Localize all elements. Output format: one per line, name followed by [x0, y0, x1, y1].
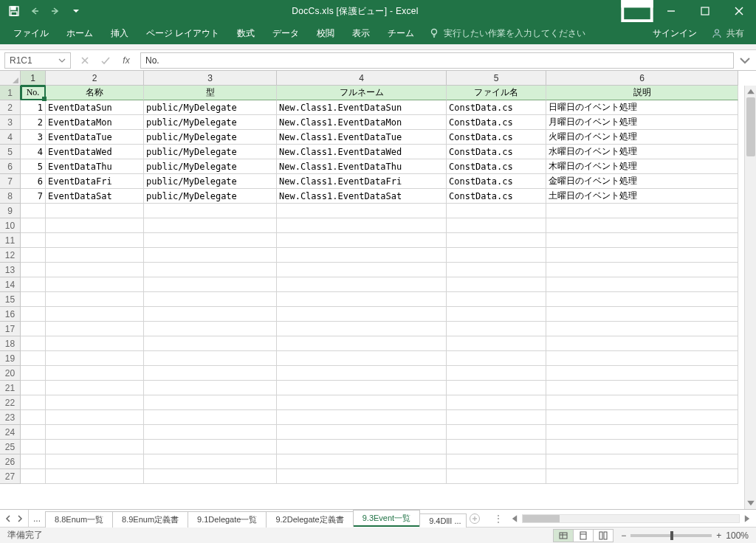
- cell[interactable]: [21, 204, 46, 218]
- cell[interactable]: [447, 440, 546, 454]
- cell[interactable]: [546, 322, 738, 336]
- cell[interactable]: [447, 395, 546, 410]
- cell[interactable]: [447, 218, 546, 233]
- select-all-button[interactable]: [0, 71, 21, 86]
- cell[interactable]: ファイル名: [447, 86, 546, 100]
- cell[interactable]: [46, 322, 144, 336]
- redo-button[interactable]: [46, 2, 65, 20]
- cell[interactable]: [447, 322, 546, 336]
- cell[interactable]: 型: [144, 86, 277, 100]
- cell[interactable]: [447, 277, 546, 292]
- cell[interactable]: [144, 263, 277, 277]
- tab-file[interactable]: ファイル: [4, 22, 58, 44]
- scroll-up-button[interactable]: [745, 86, 757, 97]
- cell[interactable]: [46, 277, 144, 292]
- cell[interactable]: [46, 410, 144, 425]
- row-header[interactable]: 12: [0, 248, 21, 263]
- row-header[interactable]: 11: [0, 233, 21, 248]
- cell[interactable]: [21, 277, 46, 292]
- row-header[interactable]: 16: [0, 307, 21, 322]
- row-header[interactable]: 14: [0, 277, 21, 292]
- formula-input[interactable]: No.: [140, 52, 734, 69]
- cell[interactable]: [21, 248, 46, 263]
- row-header[interactable]: 18: [0, 336, 21, 351]
- row-header[interactable]: 10: [0, 218, 21, 233]
- cell[interactable]: [21, 233, 46, 248]
- cell[interactable]: [277, 425, 447, 440]
- tab-team[interactable]: チーム: [379, 22, 423, 44]
- cell[interactable]: [46, 381, 144, 395]
- cell[interactable]: [546, 351, 738, 366]
- cell[interactable]: [277, 322, 447, 336]
- cell[interactable]: [546, 381, 738, 395]
- cell[interactable]: [447, 425, 546, 440]
- cell[interactable]: [21, 425, 46, 440]
- sheet-tab[interactable]: 9.3Event一覧: [353, 510, 420, 528]
- row-header[interactable]: 17: [0, 322, 21, 336]
- cell[interactable]: [46, 469, 144, 484]
- sheet-tab[interactable]: 9.1Delegate一覧: [188, 511, 267, 528]
- cell[interactable]: [277, 277, 447, 292]
- cell[interactable]: [546, 425, 738, 440]
- cell[interactable]: [144, 410, 277, 425]
- cell[interactable]: [46, 454, 144, 469]
- cell[interactable]: [447, 351, 546, 366]
- qat-customize-button[interactable]: [66, 2, 86, 20]
- row-header[interactable]: 25: [0, 440, 21, 454]
- cell[interactable]: [46, 336, 144, 351]
- cell[interactable]: ConstData.cs: [447, 159, 546, 174]
- cell[interactable]: 水曜日のイベント処理: [546, 145, 738, 159]
- scroll-left-button[interactable]: [509, 513, 520, 525]
- cell[interactable]: ConstData.cs: [447, 189, 546, 204]
- row-header[interactable]: 20: [0, 366, 21, 381]
- cell[interactable]: [447, 263, 546, 277]
- cell[interactable]: [46, 307, 144, 322]
- cell[interactable]: [46, 366, 144, 381]
- cell[interactable]: New.Class1.EventDataFri: [277, 174, 447, 189]
- column-header[interactable]: 6: [546, 71, 738, 86]
- cell[interactable]: [277, 248, 447, 263]
- insert-function-button[interactable]: fx: [117, 52, 136, 69]
- cell[interactable]: New.Class1.EventDataSun: [277, 100, 447, 115]
- sheet-tab[interactable]: 9.2Delegate定義書: [266, 511, 353, 528]
- zoom-out-button[interactable]: −: [621, 530, 626, 541]
- cell[interactable]: [46, 218, 144, 233]
- cell[interactable]: [546, 307, 738, 322]
- row-header[interactable]: 13: [0, 263, 21, 277]
- cell[interactable]: [21, 292, 46, 307]
- cell[interactable]: [46, 292, 144, 307]
- cell[interactable]: [21, 322, 46, 336]
- cell[interactable]: [546, 366, 738, 381]
- cell[interactable]: [546, 233, 738, 248]
- cell[interactable]: [447, 248, 546, 263]
- maximize-button[interactable]: [688, 0, 722, 22]
- sheet-overflow-indicator[interactable]: ...: [29, 510, 45, 527]
- zoom-in-button[interactable]: +: [716, 530, 721, 541]
- tab-data[interactable]: データ: [264, 22, 308, 44]
- cell[interactable]: [546, 248, 738, 263]
- cell[interactable]: public/MyDelegate: [144, 100, 277, 115]
- cell[interactable]: public/MyDelegate: [144, 174, 277, 189]
- cell[interactable]: [447, 307, 546, 322]
- cell[interactable]: [21, 440, 46, 454]
- cell[interactable]: [447, 410, 546, 425]
- cell[interactable]: [447, 454, 546, 469]
- cell[interactable]: [546, 410, 738, 425]
- row-header[interactable]: 4: [0, 130, 21, 145]
- cell[interactable]: 月曜日のイベント処理: [546, 115, 738, 130]
- tab-insert[interactable]: 挿入: [102, 22, 137, 44]
- row-header[interactable]: 2: [0, 100, 21, 115]
- cell[interactable]: [447, 233, 546, 248]
- cell[interactable]: ConstData.cs: [447, 145, 546, 159]
- sheet-nav-next-button[interactable]: [16, 515, 24, 522]
- cell[interactable]: ConstData.cs: [447, 115, 546, 130]
- cell[interactable]: 土曜日のイベント処理: [546, 189, 738, 204]
- cell[interactable]: [144, 425, 277, 440]
- row-header[interactable]: 7: [0, 174, 21, 189]
- column-header[interactable]: 3: [144, 71, 277, 86]
- view-normal-button[interactable]: [553, 529, 574, 542]
- share-button[interactable]: 共有: [704, 22, 752, 44]
- cell[interactable]: [447, 204, 546, 218]
- cell[interactable]: ConstData.cs: [447, 174, 546, 189]
- cell[interactable]: [546, 395, 738, 410]
